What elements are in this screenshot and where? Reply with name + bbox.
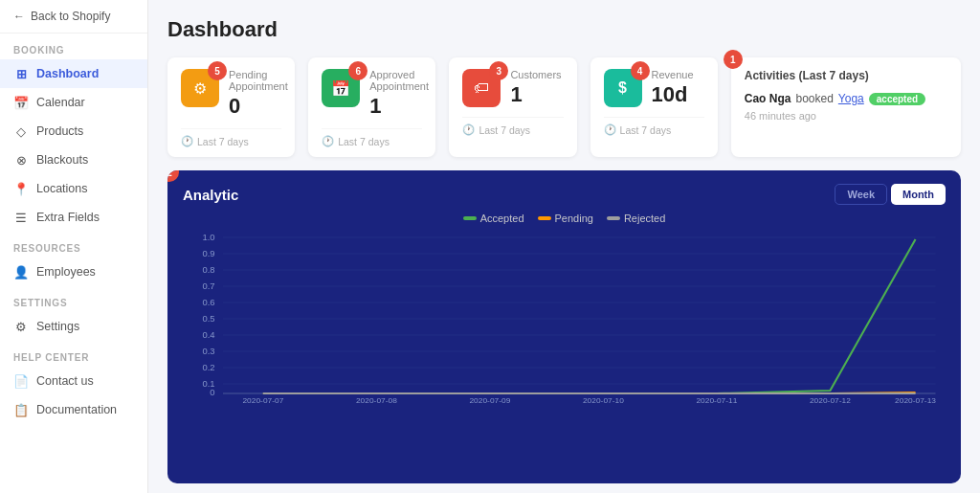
chart-card: 2 Analytic Week Month Accepted Pending R… [167,170,961,483]
sidebar-item-blackouts[interactable]: ⊗ Blackouts [0,146,147,174]
approved-label: Approved Appointment [369,69,429,92]
rejected-dot [607,216,620,220]
approved-icon: 📅 6 [322,69,360,107]
chart-svg: 1.0 0.9 0.8 0.7 0.6 0.5 0.4 0.3 0.2 0.1 … [183,228,946,405]
chart-header: Analytic Week Month [183,184,946,205]
approved-footer: 🕐 Last 7 days [322,128,422,147]
booking-section-label: BOOKING [0,34,147,59]
contact-icon: 📄 [13,373,29,389]
pending-label: Pending Appointment [229,69,288,92]
chart-title: Analytic [183,187,238,203]
dashboard-icon: ⊞ [13,66,29,81]
sidebar-section-help: HELP CENTER 📄 Contact us 📋 Documentation [0,341,147,424]
sidebar-item-products[interactable]: ◇ Products [0,117,147,146]
activities-badge: 1 [724,50,743,69]
sidebar-item-dashboard[interactable]: ⊞ Dashboard [0,59,147,88]
sidebar-item-calendar[interactable]: 📅 Calendar [0,88,147,117]
week-button[interactable]: Week [835,184,887,205]
stat-card-pending: ⚙ 5 Pending Appointment 0 🕐 Last 7 days [167,57,295,157]
svg-text:2020-07-10: 2020-07-10 [583,396,624,405]
approved-info: Approved Appointment 1 [369,69,429,119]
sidebar-section-settings: SETTINGS ⚙ Settings [0,286,147,341]
activity-time: 46 minutes ago [745,110,816,122]
legend-rejected: Rejected [607,213,665,224]
svg-text:0.5: 0.5 [202,314,214,324]
sidebar-label-products: Products [36,124,83,138]
month-button[interactable]: Month [891,184,946,205]
legend-accepted: Accepted [463,213,524,224]
sidebar-label-locations: Locations [36,182,88,195]
resources-section-label: RESOURCES [0,232,147,258]
sidebar-section-resources: RESOURCES 👤 Employees [0,232,147,286]
customers-info: Customers 1 [510,69,563,107]
accepted-label: Accepted [480,213,524,224]
sidebar-item-documentation[interactable]: 📋 Documentation [0,395,147,424]
sidebar-item-employees[interactable]: 👤 Employees [0,258,147,286]
stat-card-approved: 📅 6 Approved Appointment 1 🕐 Last 7 days [308,57,435,157]
back-to-shopify-button[interactable]: ← Back to Shopify [0,0,147,34]
stats-group: ⚙ 5 Pending Appointment 0 🕐 Last 7 days [167,57,718,157]
extra-fields-icon: ☰ [13,210,29,225]
page-title: Dashboard [167,17,961,42]
chart-badge: 2 [167,170,179,182]
svg-text:2020-07-09: 2020-07-09 [469,396,510,405]
svg-text:2020-07-12: 2020-07-12 [810,396,851,405]
sidebar-label-extra-fields: Extra Fields [36,211,100,224]
svg-text:1.0: 1.0 [202,233,214,242]
activities-card: 1 Activities (Last 7 days) Cao Nga booke… [731,57,961,157]
chart-legend: Accepted Pending Rejected [183,213,946,224]
svg-text:2020-07-08: 2020-07-08 [356,396,397,405]
revenue-footer: 🕐 Last 7 days [604,117,704,136]
sidebar-item-locations[interactable]: 📍 Locations [0,174,147,203]
svg-text:0.2: 0.2 [202,363,214,372]
pending-info: Pending Appointment 0 [229,69,288,119]
main-content: Dashboard ⚙ 5 Pending Appointment 0 🕐 [148,0,980,493]
sidebar-label-settings: Settings [36,320,79,333]
revenue-info: Revenue 10d [652,69,704,107]
sidebar-item-contact-us[interactable]: 📄 Contact us [0,367,147,395]
svg-text:0: 0 [210,388,214,397]
activity-item-link[interactable]: Yoga [838,92,864,105]
sidebar-item-extra-fields[interactable]: ☰ Extra Fields [0,203,147,232]
svg-text:0.3: 0.3 [202,347,214,356]
svg-text:2020-07-11: 2020-07-11 [696,396,737,405]
activities-title: Activities (Last 7 days) [745,69,947,82]
sidebar-label-blackouts: Blackouts [36,153,88,167]
activity-status-badge: accepted [869,93,925,105]
employees-icon: 👤 [13,264,29,280]
pending-dot [538,216,551,220]
sidebar-section-booking: BOOKING ⊞ Dashboard 📅 Calendar ◇ Product… [0,34,147,232]
svg-text:0.6: 0.6 [202,298,214,307]
sidebar-label-contact: Contact us [36,374,94,388]
svg-text:0.9: 0.9 [202,249,214,258]
approved-value: 1 [369,94,429,119]
pending-value: 0 [229,94,288,119]
customers-badge: 3 [489,61,508,80]
activity-row: Cao Nga booked Yoga accepted 46 minutes … [745,92,947,122]
top-row: ⚙ 5 Pending Appointment 0 🕐 Last 7 days [167,57,961,157]
clock-icon-3: 🕐 [462,123,475,136]
revenue-badge: 4 [631,61,650,80]
svg-text:2020-07-07: 2020-07-07 [242,396,283,405]
settings-section-label: SETTINGS [0,286,147,312]
clock-icon-4: 🕐 [604,123,616,136]
customers-footer: 🕐 Last 7 days [462,117,563,136]
blackouts-icon: ⊗ [13,152,29,168]
stat-card-revenue: $ 4 Revenue 10d 🕐 Last 7 days [590,57,718,157]
approved-badge: 6 [348,61,368,80]
sidebar-item-settings[interactable]: ⚙ Settings [0,312,147,341]
rejected-label: Rejected [624,213,665,224]
activity-user-name: Cao Nga [745,92,791,105]
sidebar-label-employees: Employees [36,265,96,279]
customers-icon: 🏷 3 [462,69,501,107]
svg-text:0.4: 0.4 [202,330,214,340]
customers-value: 1 [510,82,563,107]
revenue-icon: $ 4 [604,69,642,107]
accepted-dot [463,216,477,220]
sidebar-label-calendar: Calendar [36,96,85,109]
documentation-icon: 📋 [13,402,29,417]
back-arrow-icon: ← [13,10,25,23]
clock-icon: 🕐 [181,135,193,147]
revenue-value: 10d [652,82,704,107]
products-icon: ◇ [13,123,29,139]
